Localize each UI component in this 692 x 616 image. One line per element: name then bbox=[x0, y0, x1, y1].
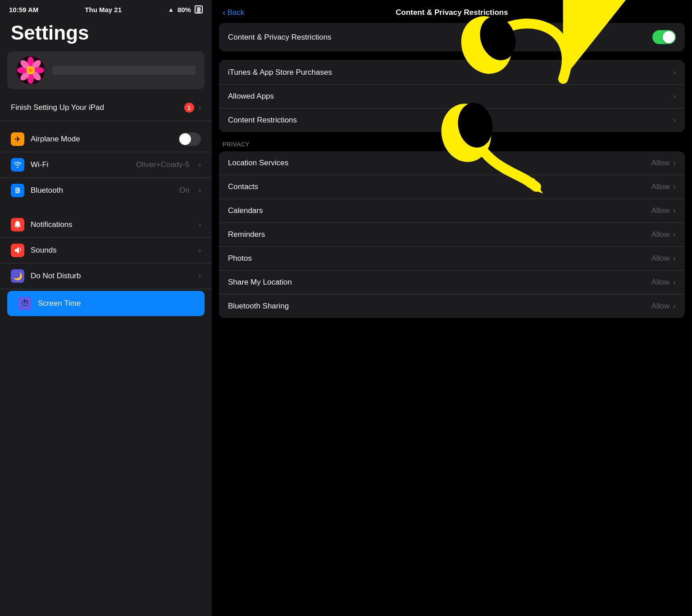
toggle-card: Content & Privacy Restrictions bbox=[219, 23, 685, 51]
bluetooth-label: Bluetooth bbox=[31, 186, 173, 195]
status-bar: 10:59 AM Thu May 21 ▲ 80% ▓ bbox=[0, 0, 212, 17]
right-header: ‹ Back Content & Privacy Restrictions bbox=[212, 0, 692, 23]
privacy-restrictions-toggle-row[interactable]: Content & Privacy Restrictions bbox=[219, 23, 685, 51]
setup-badge: 1 bbox=[184, 103, 194, 113]
calendars-value: Allow bbox=[651, 206, 670, 215]
bluetoothsharing-value: Allow bbox=[651, 302, 670, 311]
screentime-label: Screen Time bbox=[38, 299, 185, 308]
content-restrictions-label: Content Restrictions bbox=[228, 116, 297, 125]
right-content: Content & Privacy Restrictions iTunes & … bbox=[212, 23, 692, 327]
sounds-icon bbox=[11, 244, 24, 257]
status-date: Thu May 21 bbox=[85, 6, 122, 14]
photos-label: Photos bbox=[228, 254, 252, 263]
calendars-chevron-icon: › bbox=[673, 206, 676, 215]
privacy-item-location[interactable]: Location Services Allow › bbox=[219, 151, 685, 175]
allowed-apps-right: › bbox=[673, 92, 676, 101]
profile-name-placeholder bbox=[52, 66, 196, 75]
privacy-item-reminders[interactable]: Reminders Allow › bbox=[219, 222, 685, 246]
sidebar-item-wifi[interactable]: Wi-Fi Oliver+Coady-5 › bbox=[0, 152, 212, 178]
sharelocation-right: Allow › bbox=[651, 278, 676, 287]
screentime-chevron-icon: › bbox=[191, 299, 194, 308]
wifi-icon: ▲ bbox=[168, 6, 174, 13]
location-value: Allow bbox=[651, 159, 670, 168]
status-bar-right: ▲ 80% ▓ bbox=[168, 5, 203, 14]
calendars-right: Allow › bbox=[651, 206, 676, 215]
sidebar-item-sounds[interactable]: Sounds › bbox=[0, 238, 212, 263]
privacy-item-contacts[interactable]: Contacts Allow › bbox=[219, 175, 685, 199]
sidebar-item-screentime-wrapper: ⏱ Screen Time › bbox=[7, 291, 205, 316]
location-right: Allow › bbox=[651, 159, 676, 168]
svg-point-10 bbox=[28, 68, 33, 72]
status-time: 10:59 AM bbox=[9, 6, 38, 14]
sharelocation-value: Allow bbox=[651, 278, 670, 287]
right-panel-wrapper: ‹ Back Content & Privacy Restrictions Co… bbox=[212, 0, 692, 616]
screentime-icon: ⏱ bbox=[18, 297, 32, 310]
contacts-right: Allow › bbox=[651, 182, 676, 191]
left-panel: 10:59 AM Thu May 21 ▲ 80% ▓ Settings bbox=[0, 0, 212, 616]
battery-text: 80% bbox=[178, 6, 191, 14]
donotdisturb-icon: 🌙 bbox=[11, 269, 24, 283]
setup-row-right: 1 › bbox=[184, 103, 201, 113]
settings-group-system: Notifications › Sounds › 🌙 Do Not Distur… bbox=[0, 212, 212, 318]
contacts-value: Allow bbox=[651, 182, 670, 191]
photos-chevron-icon: › bbox=[673, 254, 676, 263]
bluetoothsharing-chevron-icon: › bbox=[673, 302, 676, 311]
privacy-section-label: PRIVACY bbox=[219, 141, 685, 151]
sharelocation-label: Share My Location bbox=[228, 278, 292, 287]
wifi-label: Wi-Fi bbox=[31, 160, 130, 169]
back-button[interactable]: ‹ Back bbox=[223, 7, 244, 18]
back-label: Back bbox=[228, 8, 245, 17]
privacy-item-sharelocation[interactable]: Share My Location Allow › bbox=[219, 270, 685, 294]
menu-card: iTunes & App Store Purchases › Allowed A… bbox=[219, 60, 685, 132]
privacy-item-calendars[interactable]: Calendars Allow › bbox=[219, 199, 685, 222]
sidebar-item-airplane[interactable]: ✈ Airplane Mode bbox=[0, 127, 212, 152]
donotdisturb-chevron-icon: › bbox=[199, 272, 201, 280]
content-restrictions-chevron-icon: › bbox=[673, 116, 676, 125]
airplane-label: Airplane Mode bbox=[31, 135, 172, 144]
privacy-item-photos[interactable]: Photos Allow › bbox=[219, 246, 685, 270]
privacy-card: Location Services Allow › Contacts Allow… bbox=[219, 151, 685, 318]
settings-title: Settings bbox=[0, 17, 212, 51]
calendars-label: Calendars bbox=[228, 206, 263, 215]
allowed-apps-menu-item[interactable]: Allowed Apps › bbox=[219, 84, 685, 108]
notifications-chevron-icon: › bbox=[199, 221, 201, 229]
right-panel: ‹ Back Content & Privacy Restrictions Co… bbox=[212, 0, 692, 327]
privacy-item-bluetoothsharing[interactable]: Bluetooth Sharing Allow › bbox=[219, 294, 685, 318]
setup-chevron-icon: › bbox=[199, 104, 201, 112]
sounds-chevron-icon: › bbox=[199, 246, 201, 254]
profile-section[interactable] bbox=[7, 51, 205, 89]
sidebar-item-screentime[interactable]: ⏱ Screen Time › bbox=[7, 291, 205, 316]
allowed-apps-label: Allowed Apps bbox=[228, 92, 274, 101]
itunes-menu-item[interactable]: iTunes & App Store Purchases › bbox=[219, 60, 685, 84]
location-label: Location Services bbox=[228, 159, 288, 168]
setup-row[interactable]: Finish Setting Up Your iPad 1 › bbox=[0, 95, 212, 121]
reminders-value: Allow bbox=[651, 230, 670, 239]
privacy-restrictions-toggle[interactable] bbox=[652, 30, 676, 44]
bluetooth-value: On bbox=[179, 186, 190, 195]
content-restrictions-menu-item[interactable]: Content Restrictions › bbox=[219, 108, 685, 132]
airplane-toggle[interactable] bbox=[178, 132, 201, 146]
avatar bbox=[16, 56, 45, 85]
contacts-chevron-icon: › bbox=[673, 182, 676, 191]
page-title: Content & Privacy Restrictions bbox=[396, 8, 508, 17]
bluetooth-icon: 𝔹 bbox=[11, 184, 24, 197]
wifi-settings-icon bbox=[11, 158, 24, 172]
content-restrictions-right: › bbox=[673, 116, 676, 125]
sidebar-item-donotdisturb[interactable]: 🌙 Do Not Disturb › bbox=[0, 263, 212, 289]
reminders-right: Allow › bbox=[651, 230, 676, 239]
back-chevron-icon: ‹ bbox=[223, 7, 226, 18]
sidebar-item-notifications[interactable]: Notifications › bbox=[0, 212, 212, 238]
settings-group-connectivity: ✈ Airplane Mode Wi-Fi Oliver+Coady-5 › 𝔹… bbox=[0, 127, 212, 203]
notifications-icon bbox=[11, 218, 24, 231]
wifi-chevron-icon: › bbox=[199, 161, 201, 169]
sidebar-item-bluetooth[interactable]: 𝔹 Bluetooth On › bbox=[0, 178, 212, 203]
bluetoothsharing-label: Bluetooth Sharing bbox=[228, 302, 289, 311]
bluetooth-chevron-icon: › bbox=[199, 186, 201, 195]
battery-icon: ▓ bbox=[195, 5, 203, 14]
notifications-label: Notifications bbox=[31, 220, 192, 229]
airplane-icon: ✈ bbox=[11, 132, 24, 146]
toggle-label: Content & Privacy Restrictions bbox=[228, 33, 332, 42]
itunes-label: iTunes & App Store Purchases bbox=[228, 68, 332, 77]
allowed-apps-chevron-icon: › bbox=[673, 92, 676, 101]
wifi-value: Oliver+Coady-5 bbox=[136, 160, 190, 169]
